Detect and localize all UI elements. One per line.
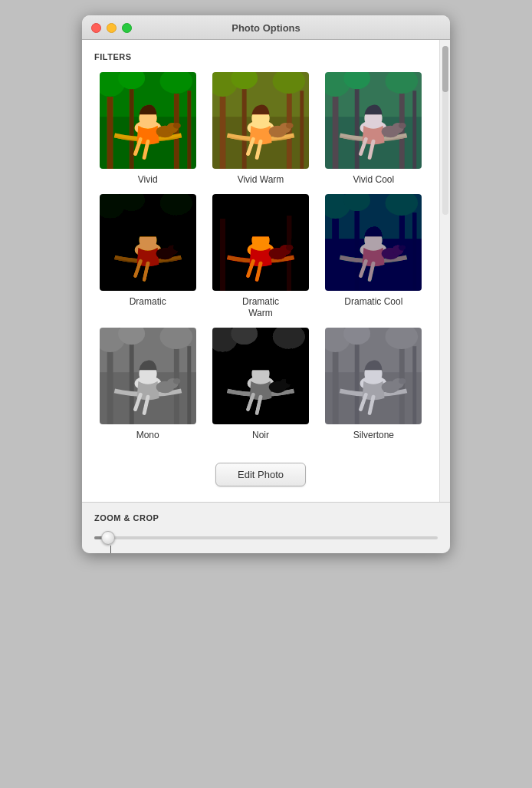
filters-section: FILTERS (94, 52, 427, 441)
filter-thumb-vivid-warm (211, 71, 310, 170)
svg-point-127 (286, 378, 294, 384)
scrollbar-thumb[interactable] (442, 46, 448, 92)
svg-rect-5 (187, 91, 191, 169)
slider-container (94, 533, 438, 542)
svg-rect-34 (333, 87, 339, 169)
svg-rect-115 (242, 335, 247, 424)
svg-rect-3 (129, 80, 133, 169)
svg-rect-53 (187, 213, 191, 291)
svg-rect-82 (333, 209, 339, 291)
edit-photo-button[interactable]: Edit Photo (215, 463, 306, 486)
svg-rect-66 (220, 209, 226, 291)
filter-label-dramatic-warm: Dramatic Warm (242, 296, 279, 320)
svg-rect-67 (242, 201, 247, 290)
slider-indicator-line (110, 546, 111, 553)
filter-dramatic-cool[interactable]: Dramatic Cool (320, 193, 427, 320)
window-title: Photo Options (232, 22, 300, 34)
filter-vivid[interactable]: Vivid (94, 71, 201, 186)
svg-rect-2 (107, 87, 113, 169)
filter-thumb-vivid (98, 71, 198, 170)
filter-thumb-dramatic-cool (323, 193, 423, 292)
svg-point-31 (286, 123, 294, 129)
filter-silvertone[interactable]: Silvertone (320, 326, 427, 442)
svg-rect-50 (107, 209, 113, 291)
filter-label-silvertone: Silvertone (353, 430, 394, 442)
filter-label-mono: Mono (136, 430, 159, 442)
svg-rect-85 (413, 213, 417, 291)
zoom-slider-thumb[interactable] (101, 531, 115, 545)
svg-rect-37 (413, 91, 417, 169)
minimize-button[interactable] (107, 23, 117, 33)
zoom-crop-section: ZOOM & CROP (82, 503, 450, 553)
zoom-crop-title: ZOOM & CROP (94, 513, 438, 523)
svg-rect-101 (187, 346, 191, 424)
traffic-lights (91, 23, 132, 33)
svg-rect-51 (129, 201, 133, 290)
svg-point-111 (173, 378, 181, 384)
svg-rect-130 (333, 342, 339, 424)
main-content: FILTERS (82, 40, 439, 502)
svg-rect-21 (300, 91, 304, 169)
filter-label-vivid-warm: Vivid Warm (238, 174, 284, 186)
filter-thumb-silvertone (323, 326, 423, 426)
svg-point-47 (399, 123, 406, 129)
title-bar: Photo Options (82, 15, 450, 40)
filter-thumb-noir (211, 326, 310, 426)
filter-thumb-dramatic-warm (211, 193, 310, 292)
svg-rect-117 (300, 346, 304, 424)
svg-point-63 (173, 245, 181, 251)
svg-point-79 (286, 245, 294, 251)
filter-thumb-vivid-cool (323, 71, 423, 170)
filter-label-noir: Noir (252, 430, 269, 442)
edit-photo-section: Edit Photo (94, 453, 427, 502)
svg-rect-69 (300, 213, 304, 291)
filter-noir[interactable]: Noir (207, 326, 314, 442)
filter-label-vivid-cool: Vivid Cool (353, 174, 394, 186)
svg-point-143 (399, 378, 406, 384)
filter-label-vivid: Vivid (138, 174, 158, 186)
close-button[interactable] (91, 23, 101, 33)
filter-dramatic[interactable]: Dramatic (94, 193, 201, 320)
svg-rect-114 (220, 342, 226, 424)
filter-thumb-dramatic (98, 193, 198, 292)
filter-label-dramatic-cool: Dramatic Cool (344, 296, 402, 308)
svg-point-95 (399, 245, 406, 251)
svg-rect-35 (355, 80, 360, 169)
filter-label-dramatic: Dramatic (130, 296, 166, 308)
svg-point-15 (173, 123, 181, 129)
window-content: FILTERS (82, 40, 450, 502)
svg-rect-83 (355, 201, 360, 290)
svg-rect-133 (413, 346, 417, 424)
scrollbar[interactable] (439, 40, 450, 502)
scrollbar-track (442, 46, 448, 215)
photo-options-window: Photo Options FILTERS (82, 15, 450, 553)
svg-rect-18 (220, 87, 226, 169)
filter-thumb-mono (98, 326, 198, 426)
svg-rect-99 (129, 335, 133, 424)
filter-mono[interactable]: Mono (94, 326, 201, 442)
filters-grid: Vivid (94, 71, 427, 441)
slider-track[interactable] (94, 536, 438, 539)
svg-rect-19 (242, 80, 247, 169)
svg-rect-98 (107, 342, 113, 424)
filters-title: FILTERS (94, 52, 427, 61)
svg-rect-131 (355, 335, 360, 424)
filter-vivid-cool[interactable]: Vivid Cool (320, 71, 427, 186)
maximize-button[interactable] (122, 23, 132, 33)
filter-dramatic-warm[interactable]: Dramatic Warm (207, 193, 314, 320)
filter-vivid-warm[interactable]: Vivid Warm (207, 71, 314, 186)
